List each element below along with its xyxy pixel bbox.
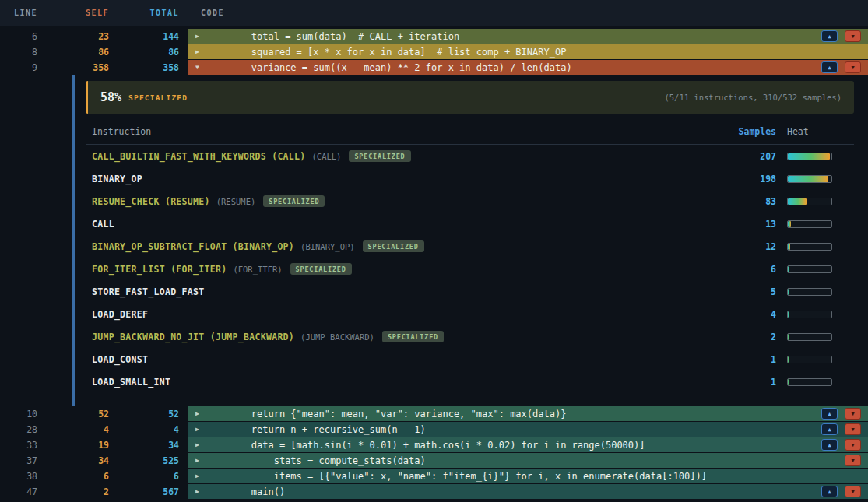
- line-number: 28: [0, 422, 47, 437]
- code-row-line-6[interactable]: 623144▶ total = sum(data) # CALL + itera…: [0, 29, 868, 44]
- instruction-name: FOR_ITER_LIST (FOR_ITER): [92, 264, 227, 275]
- jump-to-caller-button[interactable]: ▲: [821, 486, 838, 497]
- code-row-line-47[interactable]: 472567▶ main()▲▼: [0, 484, 868, 500]
- expand-caret-icon[interactable]: ▶: [195, 472, 206, 479]
- expand-caret-icon[interactable]: ▶: [195, 48, 206, 55]
- base-instruction: (BINARY_OP): [300, 242, 355, 251]
- instruction-cell: BINARY_OP_SUBTRACT_FLOAT (BINARY_OP)(BIN…: [92, 240, 722, 252]
- code-row-line-8[interactable]: 88686▶ squared = [x * x for x in data] #…: [0, 44, 868, 60]
- instruction-cell: BINARY_OP: [92, 174, 722, 184]
- expand-caret-icon[interactable]: ▶: [195, 441, 206, 448]
- self-samples: 358: [47, 60, 117, 75]
- code-row-line-28[interactable]: 2844▶ return n + recursive_sum(n - 1)▲▼: [0, 422, 868, 437]
- total-samples: 567: [117, 484, 184, 500]
- heat-bar-fill: [788, 221, 791, 227]
- self-samples: 86: [47, 44, 117, 60]
- instruction-samples: 1: [722, 354, 776, 365]
- code-row-line-38[interactable]: 3866▶ items = [{"value": x, "name": f"it…: [0, 469, 868, 484]
- code-cell[interactable]: ▶ main()▲▼: [188, 484, 868, 500]
- instruction-cell: FOR_ITER_LIST (FOR_ITER)(FOR_ITER)SPECIA…: [92, 263, 722, 275]
- line-number: 8: [0, 44, 47, 60]
- code-cell[interactable]: ▶ stats = compute_stats(data)▼: [188, 453, 868, 469]
- jump-to-caller-button[interactable]: ▲: [821, 61, 838, 73]
- code-cell[interactable]: ▶ return {"mean": mean, "var": variance,…: [188, 406, 868, 422]
- jump-to-callee-button[interactable]: ▼: [845, 439, 861, 451]
- heat-bar-fill: [788, 266, 789, 272]
- total-samples: 6: [117, 469, 184, 484]
- code-cell[interactable]: ▶ data = [math.sin(i * 0.01) + math.cos(…: [188, 437, 868, 453]
- code-cell[interactable]: ▶ squared = [x * x for x in data] # list…: [188, 44, 868, 60]
- jump-to-callee-button[interactable]: ▼: [845, 30, 861, 42]
- self-samples: 2: [47, 484, 117, 500]
- code-text: return n + recursive_sum(n - 1): [206, 424, 426, 435]
- code-row-line-10[interactable]: 105252▶ return {"mean": mean, "var": var…: [0, 406, 868, 422]
- heat-bar: [787, 175, 832, 183]
- base-instruction: (RESUME): [216, 197, 256, 206]
- self-samples: 52: [47, 406, 117, 422]
- row-nav-buttons: ▲▼: [821, 408, 868, 420]
- instruction-cell: RESUME_CHECK (RESUME)(RESUME)SPECIALIZED: [92, 195, 722, 207]
- expand-caret-icon[interactable]: ▶: [195, 426, 206, 433]
- instruction-row: LOAD_CONST1: [86, 348, 854, 370]
- heat-bar: [787, 198, 832, 205]
- row-nav-buttons: ▲▼: [821, 439, 868, 451]
- self-samples: 34: [47, 453, 117, 469]
- heat-bar: [787, 265, 832, 273]
- specialized-badge: SPECIALIZED: [263, 195, 325, 207]
- code-cell[interactable]: ▶ items = [{"value": x, "name": f"item_{…: [188, 469, 868, 484]
- expand-caret-icon[interactable]: ▶: [195, 457, 206, 464]
- specialization-panel: 58% SPECIALIZED (5/11 instructions, 310/…: [0, 75, 868, 406]
- code-text: variance = sum((x - mean) ** 2 for x in …: [206, 62, 572, 73]
- instruction-samples: 13: [722, 219, 776, 230]
- instruction-name: BINARY_OP_SUBTRACT_FLOAT (BINARY_OP): [92, 241, 294, 252]
- instruction-samples: 198: [722, 174, 776, 184]
- jump-to-callee-button[interactable]: ▼: [845, 455, 861, 466]
- self-samples: 19: [47, 437, 117, 453]
- instruction-row: LOAD_DEREF4: [86, 303, 854, 325]
- specialized-badge: SPECIALIZED: [363, 240, 424, 252]
- collapse-caret-icon[interactable]: ▼: [195, 64, 206, 71]
- base-instruction: (CALL): [312, 152, 342, 161]
- instruction-row: BINARY_OP_SUBTRACT_FLOAT (BINARY_OP)(BIN…: [86, 235, 854, 258]
- specialized-badge: SPECIALIZED: [290, 263, 352, 275]
- jump-to-caller-button[interactable]: ▲: [821, 30, 838, 42]
- table-header-row: LINE SELF TOTAL CODE: [0, 0, 868, 26]
- jump-to-callee-button[interactable]: ▼: [845, 408, 861, 420]
- jump-to-callee-button[interactable]: ▼: [845, 486, 861, 497]
- instruction-row: BINARY_OP198: [86, 167, 854, 190]
- code-text: squared = [x * x for x in data] # list c…: [206, 47, 566, 58]
- instruction-name: LOAD_CONST: [92, 354, 148, 365]
- line-number: 9: [0, 60, 47, 75]
- expand-caret-icon[interactable]: ▶: [195, 410, 206, 417]
- code-row-line-33[interactable]: 331934▶ data = [math.sin(i * 0.01) + mat…: [0, 437, 868, 453]
- total-samples: 52: [117, 406, 184, 422]
- expand-caret-icon[interactable]: ▶: [195, 488, 206, 495]
- jump-to-callee-button[interactable]: ▼: [845, 423, 861, 435]
- code-text: return {"mean": mean, "var": variance, "…: [206, 409, 566, 420]
- instruction-cell: LOAD_SMALL_INT: [92, 377, 722, 388]
- jump-to-caller-button[interactable]: ▲: [821, 439, 838, 451]
- heat-bar: [787, 378, 832, 386]
- jump-to-caller-button[interactable]: ▲: [821, 408, 838, 420]
- code-row-line-9[interactable]: 9358358▼ variance = sum((x - mean) ** 2 …: [0, 60, 868, 75]
- code-row-line-37[interactable]: 3734525▶ stats = compute_stats(data)▼: [0, 453, 868, 469]
- profiler-app: LINE SELF TOTAL CODE 623144▶ total = sum…: [0, 0, 868, 502]
- code-cell[interactable]: ▶ return n + recursive_sum(n - 1)▲▼: [188, 422, 868, 437]
- base-instruction: (JUMP_BACKWARD): [300, 332, 374, 342]
- sample-summary: (5/11 instructions, 310/532 samples): [664, 93, 842, 102]
- expand-caret-icon[interactable]: ▶: [195, 33, 206, 40]
- line-number: 37: [0, 453, 47, 469]
- line-number: 10: [0, 406, 47, 422]
- total-samples: 34: [117, 437, 184, 453]
- row-nav-buttons: ▲▼: [821, 423, 868, 435]
- jump-to-callee-button[interactable]: ▼: [845, 61, 861, 73]
- instruction-table-body: CALL_BUILTIN_FAST_WITH_KEYWORDS (CALL)(C…: [86, 145, 854, 393]
- instruction-cell: STORE_FAST_LOAD_FAST: [92, 286, 722, 297]
- code-cell[interactable]: ▶ total = sum(data) # CALL + iteration▲▼: [188, 29, 868, 44]
- code-cell[interactable]: ▼ variance = sum((x - mean) ** 2 for x i…: [188, 60, 868, 75]
- self-samples: 4: [47, 422, 117, 437]
- instruction-row: JUMP_BACKWARD_NO_JIT (JUMP_BACKWARD)(JUM…: [86, 325, 854, 348]
- jump-to-caller-button[interactable]: ▲: [821, 423, 838, 435]
- code-text: items = [{"value": x, "name": f"item_{i}…: [206, 471, 707, 482]
- instruction-column-header: Instruction: [92, 126, 722, 137]
